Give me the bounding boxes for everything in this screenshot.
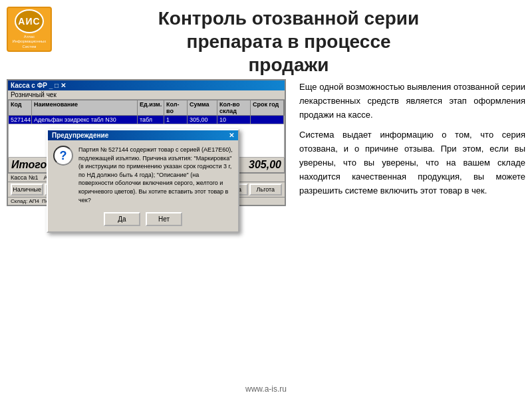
btn-lgota[interactable]: Льгота	[249, 184, 282, 196]
logo-subtitle: Атлас Информационных Систем	[13, 35, 47, 49]
cell-unit: табл	[138, 116, 164, 124]
col-unit: Ед.изм.	[138, 100, 164, 115]
page-footer: www.a-is.ru	[0, 384, 532, 394]
dialog-buttons: Да Нет	[48, 209, 238, 231]
warning-dialog: Предупреждение ✕ ? Партия № 527144 содер…	[47, 129, 239, 233]
cell-name: Адельфан эзидрекс табл N30	[32, 116, 138, 124]
dialog-close-icon[interactable]: ✕	[229, 132, 234, 139]
col-stock: Кол-во склад	[217, 100, 251, 115]
total-label: Итого:	[11, 159, 51, 171]
screenshot-container: Касса с ФР _ □ ✕ Розничный чек Код Наиме…	[7, 79, 293, 206]
footer-url: www.a-is.ru	[245, 384, 287, 394]
description-paragraph-1: Еще одной возможностью выявления отозван…	[299, 80, 525, 122]
footer-sklad: Склад: АП4	[11, 198, 39, 204]
right-description: Еще одной возможностью выявления отозван…	[299, 79, 525, 206]
pos-titlebar: Касса с ФР _ □ ✕	[8, 80, 285, 90]
status-kassa: Касса №1	[11, 174, 38, 181]
dialog-title: Предупреждение	[52, 132, 108, 139]
cell-stock: 10	[217, 116, 251, 124]
logo: АИС Атлас Информационных Систем	[7, 7, 52, 52]
col-qty: Кол-во	[164, 100, 188, 115]
table-header: Код Наименование Ед.изм. Кол-во Сумма Ко…	[8, 100, 285, 116]
dialog-overlay: Предупреждение ✕ ? Партия № 527144 содер…	[47, 129, 239, 233]
col-expiry: Срок год	[251, 100, 284, 115]
description-paragraph-2: Система выдает информацию о том, что сер…	[299, 128, 525, 198]
dialog-body: ? Партия № 527144 содержит товар с серие…	[48, 140, 238, 209]
cell-expiry	[251, 116, 284, 124]
page-title: Контроль отозванной серии препарата в пр…	[59, 7, 519, 76]
table-row[interactable]: 527144 Адельфан эзидрекс табл N30 табл 1…	[8, 116, 285, 124]
col-code: Код	[9, 100, 32, 115]
btn-nalichnye[interactable]: Наличные	[11, 184, 43, 196]
dialog-question-icon: ?	[53, 146, 73, 166]
content-area: Касса с ФР _ □ ✕ Розничный чек Код Наиме…	[0, 76, 532, 206]
dialog-no-button[interactable]: Нет	[146, 212, 182, 226]
dialog-message: Партия № 527144 содержит товар с серией …	[78, 146, 233, 204]
dialog-titlebar: Предупреждение ✕	[48, 130, 238, 140]
cell-sum: 305,00	[188, 116, 217, 124]
header: АИС Атлас Информационных Систем Контроль…	[0, 0, 532, 76]
cell-code: 527144	[9, 116, 32, 124]
pos-menubar: Розничный чек	[8, 90, 285, 100]
col-sum: Сумма	[188, 100, 217, 115]
logo-emblem: АИС	[15, 9, 44, 33]
total-amount: 305,00	[249, 159, 281, 171]
col-name: Наименование	[32, 100, 138, 115]
logo-text: АИС	[18, 16, 40, 27]
dialog-yes-button[interactable]: Да	[104, 212, 140, 226]
cell-qty: 1	[164, 116, 188, 124]
